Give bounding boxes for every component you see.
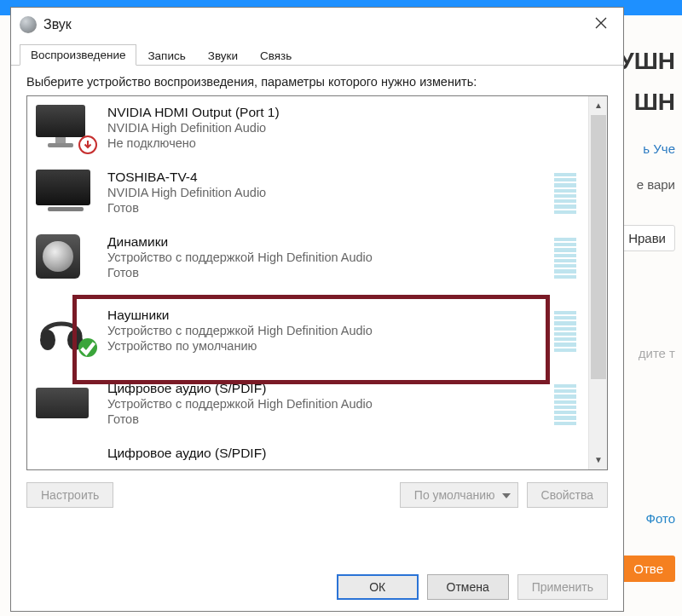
device-driver: Устройство с поддержкой High Definition …	[107, 323, 542, 338]
device-item[interactable]: NVIDIA HDMI Output (Port 1) NVIDIA High …	[27, 96, 588, 161]
level-meter	[554, 384, 576, 425]
tab-communications[interactable]: Связь	[249, 45, 303, 66]
device-title: NVIDIA HDMI Output (Port 1)	[107, 105, 580, 120]
level-meter	[554, 173, 576, 214]
device-status: Готов	[107, 412, 542, 427]
tab-strip: Воспроизведение Запись Звуки Связь	[11, 42, 623, 66]
headphones-icon	[36, 308, 95, 355]
scroll-up-button[interactable]: ▲	[589, 96, 608, 115]
set-default-split-button[interactable]: По умолчанию	[400, 482, 518, 508]
tv-icon	[36, 170, 95, 217]
tab-recording[interactable]: Запись	[136, 45, 196, 66]
scroll-down-button[interactable]: ▼	[589, 451, 608, 469]
list-viewport: NVIDIA HDMI Output (Port 1) NVIDIA High …	[27, 96, 588, 469]
level-meter	[554, 311, 576, 352]
device-listbox: NVIDIA HDMI Output (Port 1) NVIDIA High …	[26, 95, 608, 470]
instructions-text: Выберите устройство воспроизведения, пар…	[26, 74, 555, 90]
device-item[interactable]: Цифровое аудио (S/PDIF)	[27, 437, 588, 469]
bg-like-button-fragment[interactable]: Нрави	[619, 225, 675, 251]
unplugged-overlay-icon	[78, 135, 97, 154]
default-device-overlay-icon	[78, 338, 97, 357]
spdif-receiver-icon	[36, 446, 95, 469]
device-status: Устройство по умолчанию	[107, 338, 542, 354]
device-status: Готов	[107, 200, 542, 216]
close-button[interactable]	[579, 8, 623, 38]
device-status: Готов	[107, 265, 542, 280]
spdif-receiver-icon	[36, 381, 95, 429]
listbox-button-row: Настроить По умолчанию Свойства	[26, 482, 608, 508]
sound-control-panel-icon	[20, 16, 37, 33]
cancel-button[interactable]: Отмена	[427, 574, 509, 600]
device-title: TOSHIBA-TV-4	[107, 170, 542, 185]
level-meter	[554, 238, 576, 279]
monitor-icon	[36, 105, 95, 153]
bg-choose-variant-fragment: е вари	[637, 177, 675, 192]
vertical-scrollbar[interactable]: ▲ ▼	[588, 96, 607, 469]
device-driver: Устройство с поддержкой High Definition …	[107, 250, 542, 265]
bg-author-fragment: ь Уче	[643, 141, 675, 156]
bg-heading-fragment-1: УШН	[619, 48, 675, 75]
tab-playback[interactable]: Воспроизведение	[20, 44, 136, 66]
tab-sounds[interactable]: Звуки	[197, 45, 249, 66]
device-driver: NVIDIA High Definition Audio	[107, 185, 542, 200]
scroll-thumb[interactable]	[591, 115, 606, 379]
bg-heading-fragment-2: ШН	[634, 89, 675, 116]
ok-button[interactable]: ОК	[337, 574, 419, 600]
device-title: Цифровое аудио (S/PDIF)	[107, 446, 580, 461]
device-item[interactable]: Наушники Устройство с поддержкой High De…	[27, 291, 588, 372]
tab-content: Выберите устройство воспроизведения, пар…	[11, 66, 623, 516]
bg-textarea-placeholder-fragment: дите т	[639, 346, 675, 360]
configure-button[interactable]: Настроить	[26, 482, 113, 508]
properties-button[interactable]: Свойства	[527, 482, 608, 508]
dialog-button-row: ОК Отмена Применить	[11, 563, 623, 611]
device-driver: NVIDIA High Definition Audio	[107, 120, 580, 135]
speaker-icon	[36, 234, 95, 282]
device-title: Динамики	[107, 234, 542, 250]
device-title: Цифровое аудио (S/PDIF)	[107, 381, 542, 396]
sound-dialog: Звук Воспроизведение Запись Звуки Связь …	[10, 7, 624, 612]
dialog-title: Звук	[43, 17, 72, 32]
bg-photo-link-fragment[interactable]: Фото	[646, 511, 675, 526]
svg-point-0	[40, 330, 55, 350]
device-item[interactable]: TOSHIBA-TV-4 NVIDIA High Definition Audi…	[27, 161, 588, 226]
device-title: Наушники	[107, 308, 542, 323]
device-item[interactable]: Динамики Устройство с поддержкой High De…	[27, 226, 588, 291]
device-item[interactable]: Цифровое аудио (S/PDIF) Устройство с под…	[27, 372, 588, 437]
titlebar: Звук	[11, 8, 623, 42]
apply-button[interactable]: Применить	[517, 574, 608, 600]
device-driver: Устройство с поддержкой High Definition …	[107, 396, 542, 412]
device-status: Не подключено	[107, 135, 580, 151]
bg-answer-button[interactable]: Отве	[621, 556, 675, 582]
close-icon	[595, 17, 607, 29]
